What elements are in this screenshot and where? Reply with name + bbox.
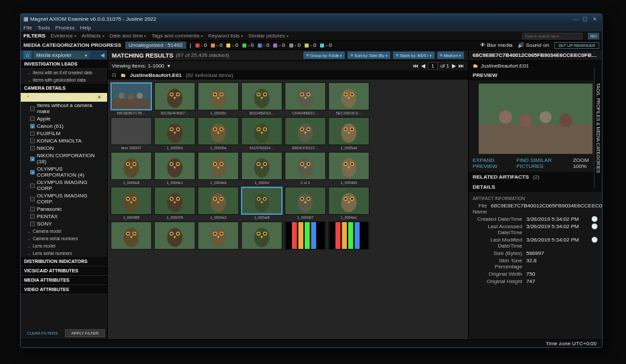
setup-reminder-button[interactable]: SET UP REMINDER <box>554 42 599 49</box>
menu-process[interactable]: Process <box>56 25 75 31</box>
collapse-icon[interactable]: ⊟ <box>112 72 116 78</box>
filter-tags-and-comments[interactable]: Tags and comments <box>151 33 203 39</box>
checkbox[interactable] <box>30 170 35 175</box>
camera-make-item[interactable]: Panasonic <box>21 205 107 213</box>
category-chip[interactable]: - 0 <box>320 42 331 48</box>
checkbox[interactable] <box>30 197 35 201</box>
camera-make-item[interactable]: OLYMPUS IMAGING CORP. <box>21 179 107 192</box>
chevron-left-icon[interactable]: ◀ <box>100 52 104 58</box>
checkbox[interactable] <box>30 116 35 121</box>
page-number[interactable]: 1 <box>428 62 437 70</box>
checkbox[interactable] <box>30 139 35 143</box>
thumbnail[interactable]: 1_000469 <box>328 152 370 185</box>
minimize-icon[interactable]: — <box>571 16 580 22</box>
last-page-icon[interactable]: ⏭ <box>459 63 464 69</box>
search-input[interactable] <box>522 33 582 39</box>
checkbox[interactable] <box>30 221 35 226</box>
camera-make-group[interactable]: Camera make✕ <box>21 93 107 102</box>
related-artifacts-head[interactable]: RELATED ARTIFACTS(2)⌄ <box>469 172 602 182</box>
expand-preview-link[interactable]: EXPAND PREVIEW <box>473 157 511 169</box>
find-similar-link[interactable]: FIND SIMILAR PICTURES <box>516 157 567 169</box>
menu-file[interactable]: File <box>23 25 32 31</box>
thumbnail[interactable]: 1_000ar8 <box>241 187 283 220</box>
sort-by-dropdown[interactable]: Sort by: Size (By <box>347 52 390 59</box>
thumbnail[interactable]: 1_0004e1 <box>154 152 195 185</box>
thumbnail[interactable]: 1_0004d <box>241 152 283 185</box>
camera-subsection[interactable]: Camera model <box>21 227 107 235</box>
camera-make-item[interactable]: NIKON <box>21 145 107 152</box>
maximize-icon[interactable]: ▢ <box>580 16 590 22</box>
category-chip[interactable]: - 0 <box>226 42 238 48</box>
clock-icon[interactable]: 🕐 <box>591 216 598 222</box>
camera-make-item[interactable]: KONICA MINOLTA <box>21 137 107 145</box>
prev-page-icon[interactable]: ◀ <box>421 63 425 69</box>
lead-item[interactable]: Items with geolocation data <box>21 76 107 84</box>
thumbnail[interactable]: CA46A88E5C… <box>285 82 326 116</box>
blur-toggle[interactable]: 👁 Blur media <box>480 42 512 48</box>
checkbox[interactable] <box>30 214 35 219</box>
thumbnail[interactable] <box>328 221 370 251</box>
camera-make-item[interactable]: NIKON CORPORATION (18) <box>21 152 107 165</box>
filter-date-and-time[interactable]: Date and time <box>110 33 147 39</box>
thumbnail[interactable]: 1_0005a6 <box>328 117 370 151</box>
category-chip[interactable]: - 0 <box>289 42 301 48</box>
detail-breadcrumb[interactable]: JustineBeaufort.E01 <box>481 63 529 69</box>
close-icon[interactable]: ✕ <box>97 94 102 100</box>
thumbnail[interactable]: 361D48EF63… <box>241 82 283 116</box>
category-chip[interactable]: - 0 <box>195 42 207 48</box>
menu-tools[interactable]: Tools <box>37 25 50 31</box>
details-head[interactable]: DETAILS⌃ <box>469 182 602 192</box>
breadcrumb-source[interactable]: JustineBeaufort.E01 <box>130 72 181 78</box>
thumbnail[interactable]: 5A15766624… <box>241 117 283 151</box>
sound-toggle[interactable]: 🔊 Sound on <box>518 42 549 48</box>
thumbnail[interactable]: 82C5E4F90A7… <box>154 82 195 116</box>
clock-icon[interactable]: 🕐 <box>591 237 598 249</box>
thumbnail[interactable]: 1_0005b0 <box>154 117 195 151</box>
apply-filter-button[interactable]: APPLY FILTER <box>65 329 106 337</box>
category-chip[interactable]: - 0 <box>258 42 269 48</box>
camera-make-item[interactable]: FUJIFILM <box>21 130 107 137</box>
checkbox[interactable] <box>30 207 35 211</box>
checkbox[interactable] <box>30 106 35 111</box>
thumbnail[interactable] <box>241 221 283 251</box>
uncategorized-chip[interactable]: Uncategorized · 51492 <box>125 41 186 49</box>
category-chip[interactable]: - 0 <box>211 42 222 48</box>
filter-artifacts[interactable]: Artifacts <box>82 33 104 39</box>
checkbox[interactable] <box>30 146 35 151</box>
media-explorer-dropdown[interactable]: Media explorer <box>33 52 90 59</box>
thumbnail[interactable]: 1_000488 <box>110 187 152 220</box>
thumbnail[interactable]: 1_0005e8 <box>110 152 152 185</box>
thumbnail[interactable]: 1_0004e6 <box>198 152 239 185</box>
section-head[interactable]: VICS/CAID ATTRIBUTES <box>21 266 107 276</box>
checkbox[interactable] <box>30 157 35 161</box>
next-page-icon[interactable]: ▶ <box>452 63 456 69</box>
thumbnail[interactable]: E894CF3D2C… <box>285 117 326 151</box>
thumbnail[interactable] <box>110 221 152 251</box>
thumbnail[interactable]: 1_000467 <box>285 187 326 220</box>
lead-item[interactable]: Items with an Exif created date <box>21 69 107 76</box>
thumb-size-dropdown[interactable]: Medium <box>437 52 464 59</box>
filter-keyword-lists[interactable]: Keyword lists <box>208 33 243 39</box>
camera-make-item[interactable]: OLYMPUS IMAGING CORP. <box>21 192 107 205</box>
camera-make-item[interactable]: PENTAX <box>21 213 107 220</box>
category-chip[interactable]: - 0 <box>242 42 254 48</box>
clear-filters-button[interactable]: CLEAR FILTERS <box>23 329 62 337</box>
checkbox[interactable] <box>30 183 35 188</box>
filter-similar-pictures[interactable]: Similar pictures <box>248 33 289 39</box>
thumbnail[interactable]: item 189247 <box>110 117 152 151</box>
filter-evidence[interactable]: Evidence <box>51 33 76 39</box>
thumbnail[interactable]: 1_0004a2 <box>198 187 239 220</box>
go-button[interactable]: GO <box>588 33 599 39</box>
menu-help[interactable]: Help <box>80 25 90 31</box>
camera-make-item[interactable]: Apple <box>21 115 107 122</box>
section-head[interactable]: VIDEO ATTRIBUTES <box>21 285 107 294</box>
camera-make-item[interactable]: OLYMPUS CORPORATION (4) <box>21 165 107 179</box>
camera-make-item[interactable]: SONY <box>21 220 107 227</box>
thumbnail[interactable]: 1_000d5e <box>198 117 239 151</box>
thumbnail[interactable]: 1_000d5c <box>198 82 239 116</box>
first-page-icon[interactable]: ⏮ <box>413 63 418 69</box>
thumbnail[interactable] <box>154 221 195 251</box>
camera-make-item[interactable]: Canon (61) <box>21 122 107 130</box>
camera-subsection[interactable]: Lens model <box>21 242 107 250</box>
thumbnail[interactable] <box>198 221 239 251</box>
